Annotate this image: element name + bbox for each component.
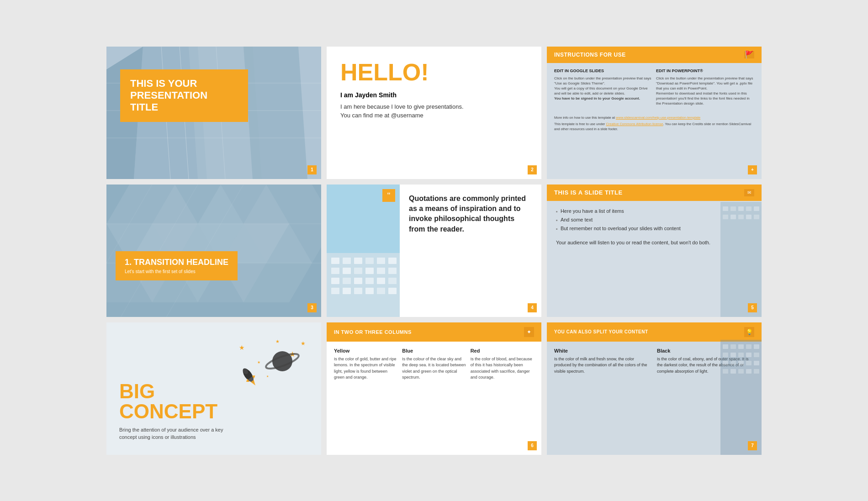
slide-6-page-num: 5 (748, 303, 757, 312)
cc-link[interactable]: Creative Commons Attribution license (606, 122, 663, 126)
svg-rect-49 (377, 288, 385, 294)
slide-5-page-num: 4 (528, 303, 537, 312)
col-blue: Blue Is the colour of the clear sky and … (402, 348, 466, 381)
svg-rect-56 (754, 206, 759, 211)
svg-rect-80 (746, 344, 752, 349)
col-google-p2: You will get a copy of this document on … (554, 86, 652, 96)
svg-rect-33 (331, 268, 339, 274)
svg-rect-91 (754, 361, 759, 365)
svg-rect-48 (365, 288, 374, 294)
svg-rect-27 (331, 258, 339, 264)
svg-rect-53 (730, 206, 736, 211)
help-link[interactable]: www.slidescarnival.com/help-use-presenta… (616, 116, 700, 120)
slide-8-title: IN TWO OR THREE COLUMNS (334, 329, 412, 335)
desc-line1: I am here because I love to give present… (340, 103, 464, 110)
svg-rect-46 (343, 288, 351, 294)
svg-rect-84 (738, 353, 744, 357)
slide-1-title: THIS IS YOUR PRESENTATION TITLE 1 (106, 47, 321, 179)
svg-rect-95 (746, 369, 752, 374)
svg-rect-90 (746, 361, 752, 365)
svg-rect-50 (388, 288, 397, 294)
slide-4-page-num: 3 (307, 303, 317, 312)
slide-3-page-num: + (748, 165, 757, 174)
svg-rect-44 (388, 278, 397, 284)
split-white-title: White (554, 348, 651, 353)
col-red: Red Is the color of blood, and because o… (471, 348, 534, 381)
split-col-white: White Is the color of milk and fresh sno… (554, 348, 651, 375)
svg-rect-30 (365, 258, 374, 264)
svg-rect-35 (354, 268, 362, 274)
svg-text:★: ★ (239, 344, 245, 351)
hello-heading: HELLO! (340, 60, 528, 84)
quote-text-area: Quotations are commonly printed as a mea… (400, 185, 541, 317)
slide-8-header: IN TWO OR THREE COLUMNS ✦ (327, 322, 541, 342)
svg-rect-96 (754, 369, 759, 374)
quote-image: " (327, 185, 400, 317)
slide-7-bigconcept: ★ ★ ★ ★ ★ ★ (106, 322, 321, 455)
svg-rect-42 (365, 278, 374, 284)
svg-text:★: ★ (275, 339, 280, 344)
svg-rect-88 (730, 361, 736, 365)
transition-title: 1. TRANSITION HEADLINE (125, 258, 228, 267)
svg-rect-60 (746, 215, 752, 219)
svg-rect-29 (354, 258, 362, 264)
svg-rect-81 (754, 344, 759, 349)
col-google-p3: You have to be signed in to your Google … (554, 96, 640, 100)
instructions-body: EDIT IN GOOGLE SLIDES Click on the butto… (547, 63, 762, 112)
col-yellow: Yellow Is the color of gold, butter and … (334, 348, 397, 381)
svg-rect-92 (723, 369, 728, 374)
desc-line2: You can find me at @username (340, 112, 423, 119)
col-red-title: Red (471, 348, 534, 353)
instructions-title: INSTRUCTIONS FOR USE (554, 52, 626, 58)
quotation-text: Quotations are commonly printed as a mea… (409, 194, 532, 235)
svg-rect-78 (730, 344, 736, 349)
svg-rect-79 (738, 344, 744, 349)
svg-rect-36 (365, 268, 374, 274)
col-ppt-p1: Click on the button under the presentati… (656, 76, 754, 91)
svg-rect-58 (730, 215, 736, 219)
svg-rect-28 (343, 258, 351, 264)
slides-grid: THIS IS YOUR PRESENTATION TITLE 1 HELLO!… (97, 37, 771, 464)
instructions-header: INSTRUCTIONS FOR USE 🚩 (547, 47, 762, 63)
presenter-name: I am Jayden Smith (340, 91, 528, 99)
svg-rect-94 (738, 369, 744, 374)
svg-rect-38 (388, 268, 397, 274)
svg-text:★: ★ (257, 360, 260, 364)
slide-9-page-num: 7 (748, 441, 757, 450)
svg-rect-34 (343, 268, 351, 274)
svg-rect-82 (723, 353, 728, 357)
big-concept-title: BIG CONCEPT (119, 381, 308, 422)
svg-rect-87 (723, 361, 728, 365)
slide-9-split: YOU CAN ALSO SPLIT YOUR CONTENT 💡 (547, 322, 762, 455)
quote-mark-icon: " (382, 189, 395, 202)
col-blue-title: Blue (402, 348, 466, 353)
flag-icon: 🚩 (744, 51, 754, 58)
footer-license: This template is free to use under Creat… (554, 122, 754, 132)
split-white-text: Is the color of milk and fresh snow, the… (554, 356, 651, 375)
transition-subtitle: Let's start with the first set of slides (125, 269, 228, 274)
svg-rect-41 (354, 278, 362, 284)
mail-icon: ✉ (744, 189, 754, 196)
col-ppt-title: EDIT IN POWERPOINT® (656, 69, 754, 73)
slide-5-quote: " Quotations are commonly printed as a m… (327, 185, 541, 317)
svg-rect-47 (354, 288, 362, 294)
svg-rect-55 (746, 206, 752, 211)
slide-2-page-num: 2 (528, 165, 537, 174)
slide-1-page-num: 1 (307, 165, 317, 174)
col-yellow-text: Is the color of gold, butter and ripe le… (334, 356, 397, 381)
svg-rect-93 (730, 369, 736, 374)
svg-rect-43 (377, 278, 385, 284)
col-blue-text: Is the colour of the clear sky and the d… (402, 356, 466, 381)
svg-rect-54 (738, 206, 744, 211)
svg-rect-59 (738, 215, 744, 219)
svg-rect-57 (723, 215, 728, 219)
svg-rect-52 (723, 206, 728, 211)
slide-6-header: THIS IS A SLIDE TITLE ✉ (547, 185, 762, 201)
col-red-text: Is the color of blood, and because of th… (471, 356, 534, 381)
presentation-title: THIS IS YOUR PRESENTATION TITLE (130, 78, 238, 114)
svg-rect-77 (723, 344, 728, 349)
slide-6-bullets: THIS IS A SLIDE TITLE ✉ Here you have a … (547, 185, 762, 317)
slide-6-title: THIS IS A SLIDE TITLE (554, 189, 623, 196)
col-google-title: EDIT IN GOOGLE SLIDES (554, 69, 652, 73)
presenter-desc: I am here because I love to give present… (340, 102, 528, 120)
